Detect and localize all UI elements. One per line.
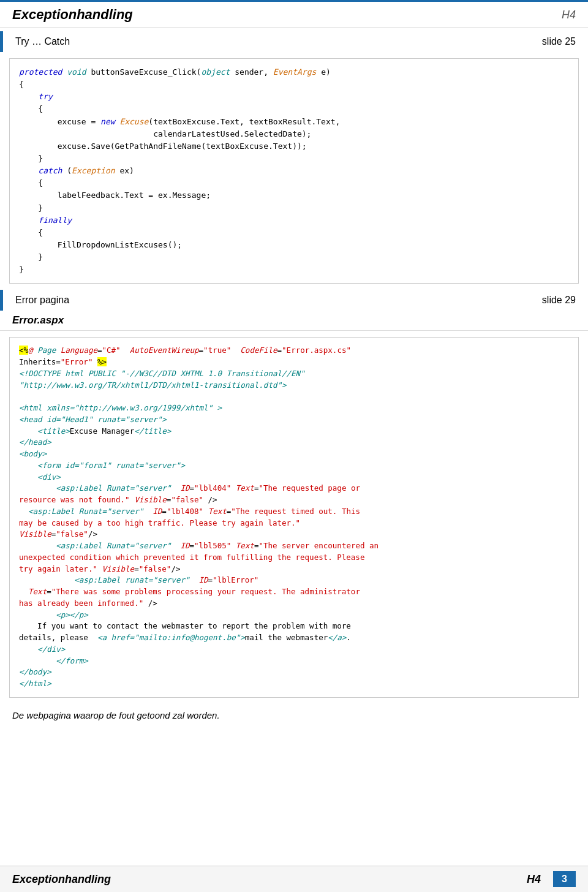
footer-right: H4 3 xyxy=(527,871,576,887)
section1-header: Try … Catch slide 25 xyxy=(0,31,588,52)
description-text: De webpagina waarop de fout getoond zal … xyxy=(0,704,588,730)
section1-slide: slide 25 xyxy=(542,36,576,47)
header-slide: H4 xyxy=(562,9,576,21)
section1-title: Try … Catch xyxy=(15,36,70,47)
code-block-2: <%@ Page Language="C#" AutoEventWireup="… xyxy=(9,337,579,698)
page-title: Exceptionhandling xyxy=(12,7,133,23)
subsection-header: Error.aspx xyxy=(0,311,588,331)
section2-slide: slide 29 xyxy=(542,295,576,306)
code-content-2: <%@ Page Language="C#" AutoEventWireup="… xyxy=(19,345,569,690)
code-block-1: protected void buttonSaveExcuse_Click(ob… xyxy=(9,58,579,284)
description-label: De webpagina waarop de fout getoond zal … xyxy=(12,710,220,720)
page-header: Exceptionhandling H4 xyxy=(0,2,588,28)
subsection-title: Error.aspx xyxy=(12,314,64,326)
footer-h4: H4 xyxy=(527,873,541,886)
section2-title: Error pagina xyxy=(15,295,69,306)
footer-title: Exceptionhandling xyxy=(12,873,111,886)
page-footer: Exceptionhandling H4 3 xyxy=(0,866,588,892)
section2-header: Error pagina slide 29 xyxy=(0,290,588,311)
code-content-1: protected void buttonSaveExcuse_Click(ob… xyxy=(19,66,569,276)
footer-page-number: 3 xyxy=(553,871,576,887)
